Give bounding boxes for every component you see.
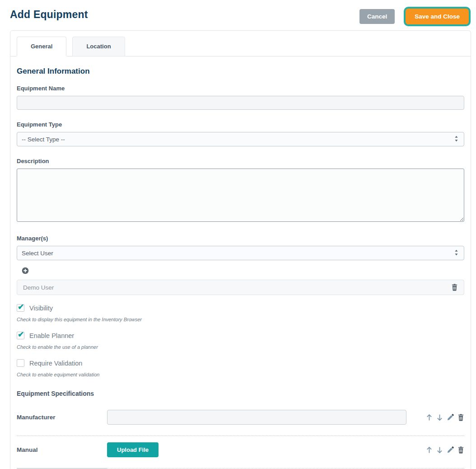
equipment-specifications-section: Equipment Specifications Manufacturer bbox=[17, 390, 464, 469]
visibility-checkbox-group: ✔ Visibility Check to display this equip… bbox=[17, 304, 464, 322]
checkbox-box[interactable]: ✔ bbox=[17, 304, 24, 312]
tab-general-label: General bbox=[31, 43, 52, 50]
trash-icon bbox=[451, 286, 458, 292]
edit-field-button[interactable] bbox=[447, 446, 454, 454]
arrow-down-icon bbox=[436, 416, 443, 422]
selected-manager-row: Demo User bbox=[17, 280, 464, 295]
move-field-up-button[interactable] bbox=[426, 446, 433, 454]
trash-icon bbox=[457, 416, 464, 422]
header-actions: Cancel Save and Close bbox=[359, 7, 471, 24]
managers-label: Manager(s) bbox=[17, 235, 464, 242]
trash-icon bbox=[457, 448, 464, 455]
equipment-type-field: Equipment Type -- Select Type -- bbox=[17, 121, 464, 146]
page-header: Add Equipment Cancel Save and Close bbox=[0, 0, 476, 30]
page-title: Add Equipment bbox=[10, 7, 88, 21]
equipment-name-field: Equipment Name bbox=[17, 85, 464, 110]
enable-planner-checkbox-group: ✔ Enable Planner Check to enable the use… bbox=[17, 332, 464, 350]
spec-row-manufacturer: Manufacturer bbox=[17, 403, 464, 436]
arrow-down-icon bbox=[436, 448, 443, 455]
cancel-button[interactable]: Cancel bbox=[359, 9, 395, 24]
remove-manager-button[interactable] bbox=[451, 284, 458, 291]
add-equipment-page: Add Equipment Cancel Save and Close Gene… bbox=[0, 0, 476, 469]
select-arrows-icon bbox=[453, 136, 459, 143]
move-field-up-button[interactable] bbox=[426, 414, 433, 421]
add-manager-button[interactable] bbox=[22, 267, 29, 274]
manager-select[interactable]: Select User bbox=[17, 246, 464, 260]
arrow-up-icon bbox=[426, 416, 433, 422]
require-validation-help-text: Check to enable equipment validation bbox=[17, 372, 464, 377]
require-validation-label: Require Validation bbox=[29, 360, 82, 367]
manufacturer-label: Manufacturer bbox=[17, 414, 107, 421]
equipment-name-label: Equipment Name bbox=[17, 85, 464, 92]
manufacturer-input[interactable] bbox=[107, 410, 406, 425]
tab-location-label: Location bbox=[86, 43, 111, 50]
save-and-close-button[interactable]: Save and Close bbox=[406, 9, 469, 24]
spec-row-manual: Manual Upload File bbox=[17, 436, 464, 469]
equipment-specifications-title: Equipment Specifications bbox=[17, 390, 464, 397]
checkbox-box[interactable] bbox=[17, 359, 24, 367]
arrow-up-icon bbox=[426, 448, 433, 455]
manager-select-placeholder: Select User bbox=[22, 250, 53, 257]
equipment-name-input[interactable] bbox=[17, 96, 464, 110]
equipment-type-selected-value: -- Select Type -- bbox=[22, 136, 65, 143]
checkmark-icon: ✔ bbox=[18, 302, 24, 312]
description-textarea[interactable] bbox=[17, 169, 464, 222]
equipment-type-select[interactable]: -- Select Type -- bbox=[17, 132, 464, 146]
form-panel: General Location General Information Equ… bbox=[10, 30, 471, 469]
manual-row-actions bbox=[406, 446, 464, 454]
upload-file-button[interactable]: Upload File bbox=[107, 442, 159, 457]
require-validation-checkbox[interactable]: Require Validation bbox=[17, 359, 464, 367]
description-field: Description bbox=[17, 158, 464, 224]
pencil-icon bbox=[447, 416, 454, 422]
visibility-checkbox[interactable]: ✔ Visibility bbox=[17, 304, 464, 312]
tab-general[interactable]: General bbox=[17, 37, 66, 56]
checkbox-box[interactable]: ✔ bbox=[17, 332, 24, 339]
visibility-label: Visibility bbox=[29, 305, 53, 312]
pencil-icon bbox=[447, 448, 454, 455]
managers-field: Manager(s) Select User Demo User bbox=[17, 235, 464, 295]
selected-manager-name: Demo User bbox=[23, 284, 54, 291]
checkmark-icon: ✔ bbox=[18, 330, 24, 339]
move-field-down-button[interactable] bbox=[436, 414, 443, 421]
select-arrows-icon bbox=[453, 249, 459, 257]
enable-planner-checkbox[interactable]: ✔ Enable Planner bbox=[17, 332, 464, 339]
section-title-general-information: General Information bbox=[17, 67, 464, 76]
tab-location[interactable]: Location bbox=[72, 37, 125, 56]
enable-planner-help-text: Check to enable the use of a planner bbox=[17, 344, 464, 350]
require-validation-checkbox-group: Require Validation Check to enable equip… bbox=[17, 359, 464, 377]
equipment-type-label: Equipment Type bbox=[17, 121, 464, 128]
plus-circle-icon bbox=[22, 269, 29, 276]
description-label: Description bbox=[17, 158, 464, 164]
enable-planner-label: Enable Planner bbox=[29, 332, 74, 339]
visibility-help-text: Check to display this equipment in the I… bbox=[17, 317, 464, 322]
delete-field-button[interactable] bbox=[457, 446, 464, 454]
tab-bar: General Location bbox=[10, 31, 471, 56]
label-column-divider bbox=[17, 468, 107, 469]
manufacturer-row-actions bbox=[406, 414, 464, 421]
move-field-down-button[interactable] bbox=[436, 446, 443, 454]
manual-label: Manual bbox=[17, 446, 107, 453]
edit-field-button[interactable] bbox=[447, 414, 454, 421]
delete-field-button[interactable] bbox=[457, 414, 464, 421]
general-tab-content: General Information Equipment Name Equip… bbox=[10, 56, 471, 469]
